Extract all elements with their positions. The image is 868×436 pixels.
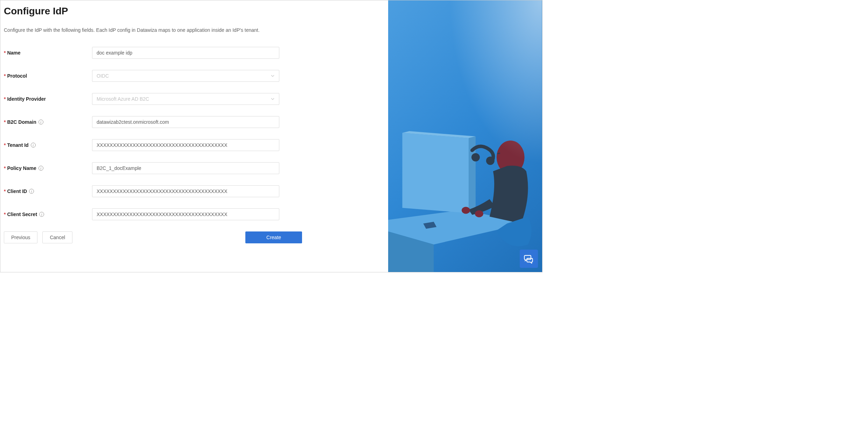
- chevron-down-icon: [271, 97, 275, 101]
- required-marker: *: [4, 212, 6, 217]
- form-row-client-id: * Client ID i: [4, 185, 385, 197]
- name-input[interactable]: [92, 47, 279, 59]
- form-row-tenant-id: * Tenant Id i: [4, 139, 385, 151]
- cancel-button[interactable]: Cancel: [42, 231, 72, 243]
- label-b2c-domain: * B2C Domain i: [4, 119, 92, 125]
- label-client-secret: * Client Secret i: [4, 212, 92, 217]
- label-name: * Name: [4, 50, 92, 56]
- chevron-down-icon: [271, 74, 275, 78]
- label-tenant-id: * Tenant Id i: [4, 142, 92, 148]
- chat-icon: [524, 254, 534, 264]
- label-name-text: Name: [7, 50, 20, 56]
- label-client-id-text: Client ID: [7, 188, 27, 194]
- label-protocol-text: Protocol: [7, 73, 27, 79]
- page-container: Configure IdP Configure the IdP with the…: [0, 0, 542, 272]
- form-row-client-secret: * Client Secret i: [4, 208, 385, 220]
- required-marker: *: [4, 188, 6, 194]
- illustration-svg: [388, 0, 542, 272]
- previous-button[interactable]: Previous: [4, 231, 37, 243]
- label-policy-name: * Policy Name i: [4, 165, 92, 171]
- required-marker: *: [4, 119, 6, 125]
- info-icon[interactable]: i: [29, 189, 34, 194]
- form-row-idp: * Identity Provider Microsoft Azure AD B…: [4, 93, 385, 105]
- form-section: Configure IdP Configure the IdP with the…: [0, 0, 388, 272]
- info-icon[interactable]: i: [31, 143, 36, 148]
- client-secret-input[interactable]: [92, 208, 279, 220]
- create-button[interactable]: Create: [245, 231, 302, 243]
- page-description: Configure the IdP with the following fie…: [4, 27, 385, 33]
- label-idp-text: Identity Provider: [7, 96, 46, 102]
- form-row-name: * Name: [4, 47, 385, 59]
- required-marker: *: [4, 142, 6, 148]
- info-icon[interactable]: i: [39, 212, 44, 217]
- label-protocol: * Protocol: [4, 73, 92, 79]
- identity-provider-select[interactable]: Microsoft Azure AD B2C: [92, 93, 279, 105]
- page-title: Configure IdP: [4, 6, 385, 17]
- chat-button[interactable]: [520, 250, 538, 268]
- label-idp: * Identity Provider: [4, 96, 92, 102]
- client-id-input[interactable]: [92, 185, 279, 197]
- required-marker: *: [4, 50, 6, 56]
- button-row: Previous Cancel Create: [4, 231, 385, 243]
- required-marker: *: [4, 96, 6, 102]
- form-row-b2c-domain: * B2C Domain i: [4, 116, 385, 128]
- policy-name-input[interactable]: [92, 162, 279, 174]
- form-row-policy-name: * Policy Name i: [4, 162, 385, 174]
- label-policy-name-text: Policy Name: [7, 165, 36, 171]
- protocol-value: OIDC: [97, 73, 109, 79]
- required-marker: *: [4, 165, 6, 171]
- label-client-id: * Client ID i: [4, 188, 92, 194]
- svg-rect-5: [388, 0, 542, 272]
- label-client-secret-text: Client Secret: [7, 212, 37, 217]
- b2c-domain-input[interactable]: [92, 116, 279, 128]
- illustration: [388, 0, 542, 272]
- label-b2c-domain-text: B2C Domain: [7, 119, 36, 125]
- idp-value: Microsoft Azure AD B2C: [97, 96, 149, 102]
- required-marker: *: [4, 73, 6, 79]
- form-row-protocol: * Protocol OIDC: [4, 70, 385, 82]
- label-tenant-id-text: Tenant Id: [7, 142, 28, 148]
- info-icon[interactable]: i: [38, 166, 43, 171]
- protocol-select[interactable]: OIDC: [92, 70, 279, 82]
- tenant-id-input[interactable]: [92, 139, 279, 151]
- info-icon[interactable]: i: [38, 120, 43, 124]
